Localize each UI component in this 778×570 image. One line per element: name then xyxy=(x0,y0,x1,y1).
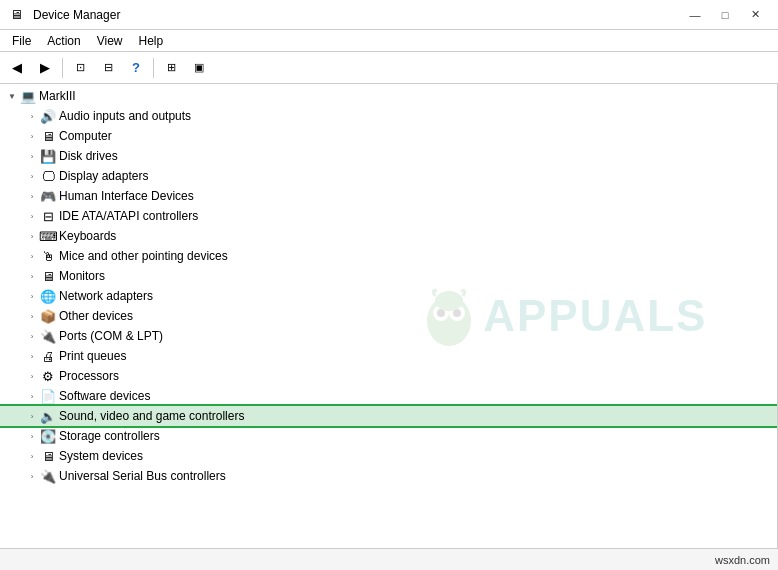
display-label: Display adapters xyxy=(59,169,148,183)
tree-panel[interactable]: APPUALS ▼ 💻 MarkIII › 🔊 Audio inputs and… xyxy=(0,84,778,548)
hid-icon: 🎮 xyxy=(40,188,56,204)
tree-item-display[interactable]: › 🖵 Display adapters xyxy=(0,166,777,186)
tree-item-hid[interactable]: › 🎮 Human Interface Devices xyxy=(0,186,777,206)
tree-item-disk[interactable]: › 💾 Disk drives xyxy=(0,146,777,166)
keyboard-icon: ⌨ xyxy=(40,228,56,244)
tree-item-system[interactable]: › 🖥 System devices xyxy=(0,446,777,466)
menu-bar: File Action View Help xyxy=(0,30,778,52)
sound-label: Sound, video and game controllers xyxy=(59,409,244,423)
app-icon: 🖥 xyxy=(8,7,24,23)
tree-item-ide[interactable]: › ⊟ IDE ATA/ATAPI controllers xyxy=(0,206,777,226)
ide-icon: ⊟ xyxy=(40,208,56,224)
monitor-button[interactable]: ▣ xyxy=(186,56,212,80)
tree-item-keyboard[interactable]: › ⌨ Keyboards xyxy=(0,226,777,246)
tree-item-other[interactable]: › 📦 Other devices xyxy=(0,306,777,326)
root-label: MarkIII xyxy=(39,89,76,103)
tree-item-monitors[interactable]: › 🖥 Monitors xyxy=(0,266,777,286)
software-label: Software devices xyxy=(59,389,150,403)
tree-item-network[interactable]: › 🌐 Network adapters xyxy=(0,286,777,306)
tree-item-storage[interactable]: › 💽 Storage controllers xyxy=(0,426,777,446)
audio-label: Audio inputs and outputs xyxy=(59,109,191,123)
audio-icon: 🔊 xyxy=(40,108,56,124)
expand-icon-system: › xyxy=(24,448,40,464)
toolbar: ◀ ▶ ⊡ ⊟ ? ⊞ ▣ xyxy=(0,52,778,84)
menu-file[interactable]: File xyxy=(4,32,39,50)
network-label: Network adapters xyxy=(59,289,153,303)
toolbar-separator-1 xyxy=(62,58,63,78)
tree-item-sound[interactable]: › 🔈 Sound, video and game controllers xyxy=(0,406,777,426)
display-icon: 🖵 xyxy=(40,168,56,184)
menu-action[interactable]: Action xyxy=(39,32,88,50)
system-label: System devices xyxy=(59,449,143,463)
expand-icon-ide: › xyxy=(24,208,40,224)
back-button[interactable]: ◀ xyxy=(4,56,30,80)
expand-icon-software: › xyxy=(24,388,40,404)
print-label: Print queues xyxy=(59,349,126,363)
disk-icon: 💾 xyxy=(40,148,56,164)
system-icon: 🖥 xyxy=(40,448,56,464)
menu-help[interactable]: Help xyxy=(131,32,172,50)
root-icon: 💻 xyxy=(20,88,36,104)
window-title: Device Manager xyxy=(33,8,120,22)
expand-icon-monitors: › xyxy=(24,268,40,284)
tree-item-computer[interactable]: › 🖥 Computer xyxy=(0,126,777,146)
status-bar: wsxdn.com xyxy=(0,548,778,570)
expand-icon-print: › xyxy=(24,348,40,364)
other-label: Other devices xyxy=(59,309,133,323)
sound-icon: 🔈 xyxy=(40,408,56,424)
properties-button[interactable]: ⊡ xyxy=(67,56,93,80)
tree-root[interactable]: ▼ 💻 MarkIII xyxy=(0,86,777,106)
disk-label: Disk drives xyxy=(59,149,118,163)
print-icon: 🖨 xyxy=(40,348,56,364)
menu-view[interactable]: View xyxy=(89,32,131,50)
window-controls: — □ ✕ xyxy=(680,5,770,25)
ide-label: IDE ATA/ATAPI controllers xyxy=(59,209,198,223)
expand-icon-network: › xyxy=(24,288,40,304)
expand-icon-sound: › xyxy=(24,408,40,424)
expand-icon-mice: › xyxy=(24,248,40,264)
monitors-icon: 🖥 xyxy=(40,268,56,284)
expand-icon-display: › xyxy=(24,168,40,184)
tree-item-ports[interactable]: › 🔌 Ports (COM & LPT) xyxy=(0,326,777,346)
expand-icon-root: ▼ xyxy=(4,88,20,104)
tree-item-mice[interactable]: › 🖱 Mice and other pointing devices xyxy=(0,246,777,266)
status-text: wsxdn.com xyxy=(715,554,770,566)
maximize-button[interactable]: □ xyxy=(710,5,740,25)
forward-button[interactable]: ▶ xyxy=(32,56,58,80)
monitors-label: Monitors xyxy=(59,269,105,283)
tree-item-usb[interactable]: › 🔌 Universal Serial Bus controllers xyxy=(0,466,777,486)
other-icon: 📦 xyxy=(40,308,56,324)
usb-label: Universal Serial Bus controllers xyxy=(59,469,226,483)
close-button[interactable]: ✕ xyxy=(740,5,770,25)
storage-icon: 💽 xyxy=(40,428,56,444)
processors-icon: ⚙ xyxy=(40,368,56,384)
title-bar-left: 🖥 Device Manager xyxy=(8,7,120,23)
expand-icon-audio: › xyxy=(24,108,40,124)
tree-item-print[interactable]: › 🖨 Print queues xyxy=(0,346,777,366)
tree-item-software[interactable]: › 📄 Software devices xyxy=(0,386,777,406)
processors-label: Processors xyxy=(59,369,119,383)
keyboard-label: Keyboards xyxy=(59,229,116,243)
tree-item-processors[interactable]: › ⚙ Processors xyxy=(0,366,777,386)
computer-label: Computer xyxy=(59,129,112,143)
expand-icon-ports: › xyxy=(24,328,40,344)
tree-item-audio[interactable]: › 🔊 Audio inputs and outputs xyxy=(0,106,777,126)
main-content: APPUALS ▼ 💻 MarkIII › 🔊 Audio inputs and… xyxy=(0,84,778,548)
minimize-button[interactable]: — xyxy=(680,5,710,25)
mice-label: Mice and other pointing devices xyxy=(59,249,228,263)
toolbar-separator-2 xyxy=(153,58,154,78)
scan-button[interactable]: ⊞ xyxy=(158,56,184,80)
mice-icon: 🖱 xyxy=(40,248,56,264)
ports-label: Ports (COM & LPT) xyxy=(59,329,163,343)
hid-label: Human Interface Devices xyxy=(59,189,194,203)
usb-icon: 🔌 xyxy=(40,468,56,484)
expand-icon-other: › xyxy=(24,308,40,324)
expand-icon-disk: › xyxy=(24,148,40,164)
ports-icon: 🔌 xyxy=(40,328,56,344)
help-button[interactable]: ? xyxy=(123,56,149,80)
network-icon: 🌐 xyxy=(40,288,56,304)
computer-icon: 🖥 xyxy=(40,128,56,144)
storage-label: Storage controllers xyxy=(59,429,160,443)
update-driver-button[interactable]: ⊟ xyxy=(95,56,121,80)
expand-icon-usb: › xyxy=(24,468,40,484)
